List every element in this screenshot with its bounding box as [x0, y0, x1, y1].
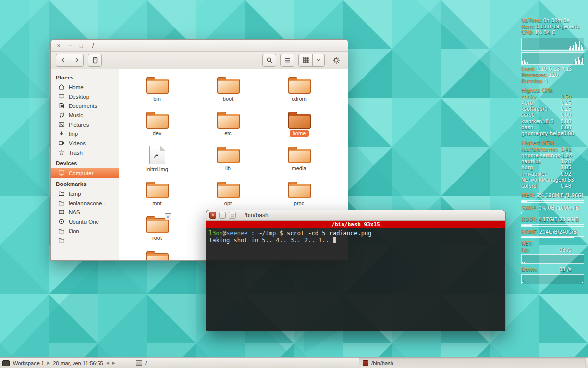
- load-value: 0.19 0.13 0.13: [537, 66, 572, 72]
- terminal-titlebar[interactable]: /bin/bash: [206, 210, 505, 221]
- sidebar-item-temp[interactable]: temp: [51, 189, 119, 198]
- conky-process-row: Xorg1.05: [521, 165, 584, 171]
- network-server-icon: [58, 209, 65, 215]
- terminal-icon: [363, 360, 368, 366]
- conky-process-row: NetworkManager0.53: [521, 177, 584, 184]
- file-item[interactable]: dev: [128, 112, 187, 147]
- forward-button[interactable]: [70, 54, 84, 67]
- conky-process-row: Xorg0.25: [521, 100, 584, 106]
- file-item[interactable]: bin: [128, 77, 187, 112]
- window-button-files[interactable]: /: [132, 358, 359, 368]
- file-item[interactable]: initrd.img: [128, 147, 187, 182]
- file-item[interactable]: media: [270, 147, 329, 182]
- mem-bar: [521, 200, 584, 203]
- maximize-icon[interactable]: [229, 212, 236, 219]
- cpu-graph-2: [521, 52, 584, 65]
- no-access-emblem-icon: [165, 213, 172, 220]
- sidebar-item-computer[interactable]: Computer: [51, 168, 119, 178]
- sidebar-item-nas[interactable]: NAS: [51, 208, 119, 217]
- folder-icon: [58, 228, 65, 234]
- terminal-cursor: [333, 237, 336, 243]
- minimize-icon[interactable]: [219, 212, 226, 219]
- file-item[interactable]: root: [128, 216, 187, 251]
- prompt-host: seenee: [226, 230, 247, 237]
- window-button-terminal[interactable]: /bin/bash: [359, 358, 586, 368]
- file-manager-icon: [136, 360, 142, 366]
- load-label: Load:: [521, 66, 535, 72]
- sidebar-item-videos[interactable]: Videos: [51, 138, 119, 148]
- sidebar-item-tmp[interactable]: tmp: [51, 129, 119, 138]
- tasklist-next-icon[interactable]: ▶: [112, 361, 115, 365]
- sidebar-item-trash[interactable]: Trash: [51, 148, 119, 157]
- mem-value: 9% 198MiB /1.96GiB: [536, 193, 584, 198]
- back-button[interactable]: [56, 54, 70, 67]
- terminal-prompt-line: l3on@seenee : ~/tmp $ scrot -cd 5 radian…: [209, 230, 503, 237]
- maximize-icon[interactable]: [78, 42, 85, 50]
- ubuntu-one-icon: [58, 218, 65, 225]
- view-options-dropdown[interactable]: [312, 54, 325, 67]
- sidebar-item-ubuntu-one[interactable]: Ubuntu One: [51, 217, 119, 226]
- processes-label: Processes:: [521, 72, 547, 78]
- file-item[interactable]: lib: [199, 147, 258, 182]
- bookmarks-header: Bookmarks: [51, 178, 119, 189]
- folder-icon: [217, 147, 240, 163]
- folder-icon: [58, 190, 65, 197]
- file-item[interactable]: mnt: [128, 182, 187, 216]
- terminal-screen[interactable]: l3on@seenee : ~/tmp $ scrot -cd 5 radian…: [206, 228, 505, 246]
- trash-icon: [58, 149, 65, 156]
- close-icon[interactable]: [209, 212, 216, 219]
- workspace-next-icon[interactable]: ▶: [47, 361, 50, 365]
- sidebar-item-pictures[interactable]: Pictures: [51, 120, 119, 129]
- conky-process-row: /usr/bin/termin1.41: [521, 147, 584, 153]
- window-list: / /bin/bash: [132, 358, 586, 368]
- picture-icon: [58, 121, 65, 128]
- location-button[interactable]: [88, 54, 102, 67]
- document-icon: [58, 103, 65, 109]
- file-manager-titlebar[interactable]: /: [51, 40, 348, 52]
- close-icon[interactable]: [55, 42, 62, 50]
- search-button[interactable]: [262, 54, 276, 67]
- file-item-partial[interactable]: [128, 251, 187, 260]
- sidebar-item-leoiannacone[interactable]: leoiannacone...: [51, 198, 119, 208]
- net-down-value: 0B: [559, 267, 565, 272]
- folder-icon: [146, 112, 169, 129]
- sidebar-item-home[interactable]: Home: [51, 82, 119, 92]
- kern-value: 3.13.0-19-generic: [536, 24, 579, 29]
- clock: 28 mar, ven 11:56:55: [53, 360, 103, 366]
- list-view-button[interactable]: [280, 54, 294, 67]
- file-item[interactable]: etc: [199, 112, 258, 147]
- home-label: HOME:: [521, 229, 538, 235]
- folder-icon: [146, 251, 169, 260]
- file-item[interactable]: cdrom: [270, 77, 329, 112]
- arrow-down-icon: [58, 131, 65, 137]
- sidebar-item-music[interactable]: Music: [51, 110, 119, 120]
- file-manager-sidebar: Places Home Desktop Documents Music Pict…: [51, 69, 119, 260]
- file-link-icon: [149, 146, 165, 164]
- sidebar-item-documents[interactable]: Documents: [51, 101, 119, 110]
- grid-view-button[interactable]: [298, 54, 313, 67]
- places-header: Places: [51, 71, 119, 82]
- folder-icon: [288, 77, 311, 94]
- sidebar-item-desktop[interactable]: Desktop: [51, 92, 119, 101]
- uptime-value: 0h 38m 5s: [543, 18, 569, 23]
- sidebar-item-partial[interactable]: [51, 236, 119, 245]
- devices-header: Devices: [51, 157, 119, 168]
- sidebar-item-l3on[interactable]: l3on: [51, 226, 119, 236]
- running-label: Running:: [521, 79, 543, 84]
- file-item-selected[interactable]: home: [270, 112, 329, 147]
- file-item[interactable]: boot: [199, 77, 258, 112]
- net-down-graph: [521, 274, 584, 284]
- folder-icon: [146, 77, 169, 94]
- workspace-switcher-icon[interactable]: [2, 360, 10, 366]
- tasklist-prev-icon[interactable]: ◀: [106, 361, 109, 365]
- bottom-panel: Workspace 1 ▶ 28 mar, ven 11:56:55 ◀ ▶ /…: [0, 357, 588, 368]
- music-note-icon: [58, 112, 65, 118]
- root-bar: [521, 224, 584, 227]
- conky-monitor: UpTime: 0h 38m 5s Kern: 3.13.0-19-generi…: [521, 18, 584, 287]
- minimize-icon[interactable]: [67, 42, 74, 50]
- folder-icon: [217, 77, 240, 94]
- home-value: 204GiB/240GiB: [539, 229, 577, 235]
- running-value: 0: [545, 79, 548, 84]
- cpu-label: CPU:: [521, 30, 533, 35]
- gear-menu-button[interactable]: [329, 54, 343, 67]
